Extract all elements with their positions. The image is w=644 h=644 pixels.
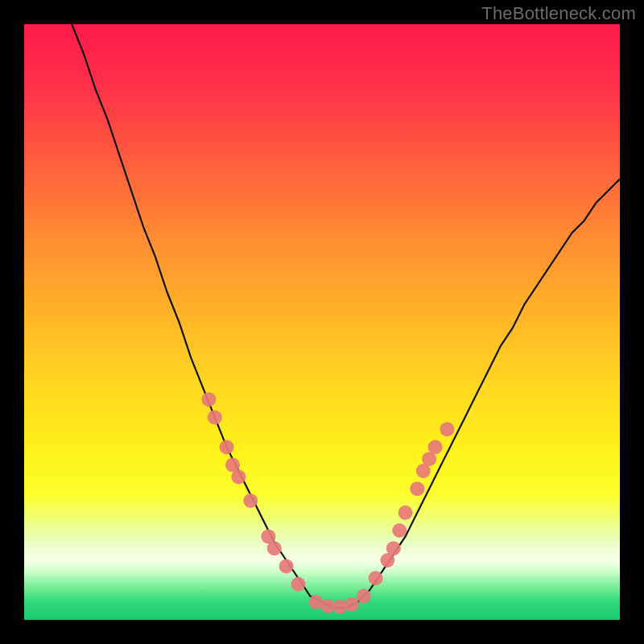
data-dots bbox=[201, 392, 454, 614]
data-dot bbox=[220, 440, 234, 454]
data-dot bbox=[291, 577, 305, 592]
data-dot bbox=[398, 506, 413, 520]
data-dot bbox=[267, 541, 282, 555]
data-dot bbox=[357, 588, 371, 603]
data-dot bbox=[428, 440, 443, 454]
data-dot bbox=[279, 559, 294, 573]
data-dot bbox=[201, 392, 216, 407]
data-dot bbox=[386, 541, 401, 555]
plot-area bbox=[24, 24, 620, 620]
chart-frame: TheBottleneck.com bbox=[0, 0, 644, 644]
watermark-text: TheBottleneck.com bbox=[481, 3, 636, 24]
data-dot bbox=[392, 523, 407, 538]
bottleneck-curve bbox=[72, 24, 620, 608]
data-dot bbox=[345, 597, 359, 612]
data-dot bbox=[243, 493, 258, 508]
curve-layer bbox=[24, 24, 620, 620]
data-dot bbox=[369, 571, 383, 585]
data-dot bbox=[410, 481, 424, 496]
data-dot bbox=[440, 422, 454, 436]
data-dot bbox=[208, 410, 222, 424]
data-dot bbox=[231, 469, 246, 484]
